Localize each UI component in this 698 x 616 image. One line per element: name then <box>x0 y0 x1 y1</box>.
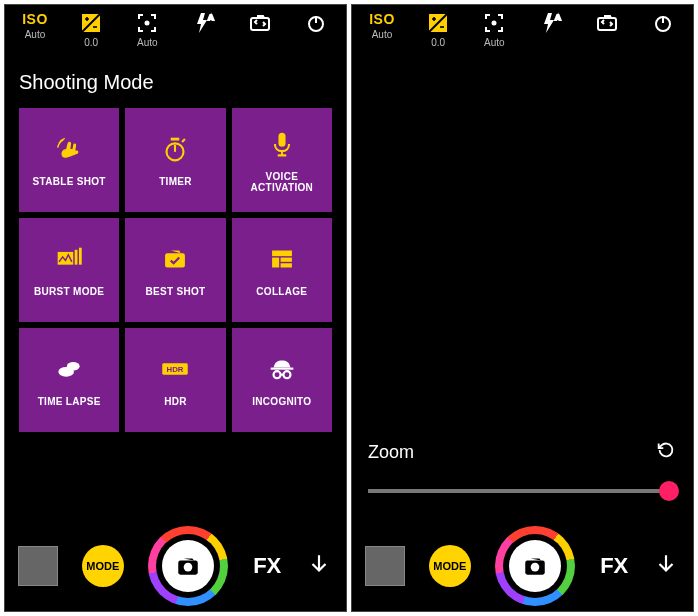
tile-voice-activation[interactable]: VOICE ACTIVATION <box>232 108 332 212</box>
zoom-slider[interactable] <box>368 479 677 503</box>
focus-icon <box>482 11 506 35</box>
top-toolbar: ISO Auto 0.0 Auto A <box>5 5 346 53</box>
mode-label: MODE <box>86 560 119 572</box>
focus-control[interactable]: Auto <box>127 11 167 48</box>
svg-rect-9 <box>75 250 78 265</box>
power-icon <box>304 11 328 35</box>
collapse-button[interactable] <box>653 551 679 581</box>
burst-icon <box>52 242 86 276</box>
svg-rect-6 <box>171 138 180 141</box>
svg-rect-20 <box>270 368 293 370</box>
flash-control[interactable]: A <box>531 11 571 35</box>
bottom-bar: MODE FX <box>5 525 346 611</box>
focus-sublabel: Auto <box>484 37 505 48</box>
fx-button[interactable]: FX <box>253 553 281 579</box>
focus-control[interactable]: Auto <box>474 11 514 48</box>
svg-rect-15 <box>280 264 291 268</box>
flash-control[interactable]: A <box>184 11 224 35</box>
phone-screen-right: ISO Auto 0.0 Auto A Zoom <box>351 4 694 612</box>
tile-best-shot[interactable]: BEST SHOT <box>125 218 225 322</box>
svg-point-26 <box>492 21 497 26</box>
exposure-control[interactable]: 0.0 <box>71 11 111 48</box>
svg-point-1 <box>145 21 150 26</box>
collage-icon <box>265 242 299 276</box>
tile-label: STABLE SHOT <box>29 176 110 188</box>
microphone-icon <box>265 127 299 161</box>
switch-camera-icon <box>248 11 272 35</box>
tile-stable-shot[interactable]: STABLE SHOT <box>19 108 119 212</box>
switch-camera-control[interactable] <box>240 11 280 35</box>
flash-auto-icon: A <box>192 11 216 35</box>
tile-label: HDR <box>160 396 191 408</box>
tile-burst-mode[interactable]: BURST MODE <box>19 218 119 322</box>
hdr-icon: HDR <box>158 352 192 386</box>
svg-text:A: A <box>208 13 214 22</box>
tile-label: TIME LAPSE <box>34 396 105 408</box>
svg-point-21 <box>273 371 280 378</box>
ev-value: 0.0 <box>84 37 98 48</box>
tile-label: VOICE ACTIVATION <box>247 171 318 194</box>
clouds-icon <box>52 352 86 386</box>
iso-sublabel: Auto <box>372 29 393 40</box>
iso-sublabel: Auto <box>25 29 46 40</box>
svg-point-31 <box>531 563 540 572</box>
flash-auto-icon: A <box>539 11 563 35</box>
collapse-button[interactable] <box>306 551 332 581</box>
undo-icon <box>655 439 677 461</box>
fx-button[interactable]: FX <box>600 553 628 579</box>
tile-collage[interactable]: COLLAGE <box>232 218 332 322</box>
svg-rect-7 <box>278 132 285 146</box>
tile-incognito[interactable]: INCOGNITO <box>232 328 332 432</box>
bottom-bar: MODE FX <box>352 525 693 611</box>
camera-icon <box>175 553 201 579</box>
iso-control[interactable]: ISO Auto <box>362 11 402 40</box>
exposure-control[interactable]: 0.0 <box>418 11 458 48</box>
shutter-button[interactable] <box>495 526 575 606</box>
ev-value: 0.0 <box>431 37 445 48</box>
viewfinder-area[interactable]: Zoom <box>352 53 693 525</box>
tile-hdr[interactable]: HDR HDR <box>125 328 225 432</box>
mode-button[interactable]: MODE <box>82 545 124 587</box>
power-control[interactable] <box>296 11 336 35</box>
tile-timer[interactable]: TIMER <box>125 108 225 212</box>
svg-point-24 <box>184 563 193 572</box>
zoom-panel: Zoom <box>352 429 693 525</box>
switch-camera-icon <box>595 11 619 35</box>
svg-rect-8 <box>58 252 74 265</box>
hand-wave-icon <box>52 132 86 166</box>
gallery-thumbnail[interactable] <box>19 547 57 585</box>
svg-rect-13 <box>272 258 279 268</box>
focus-icon <box>135 11 159 35</box>
tile-time-lapse[interactable]: TIME LAPSE <box>19 328 119 432</box>
timer-icon <box>158 132 192 166</box>
camera-icon <box>522 553 548 579</box>
mode-button[interactable]: MODE <box>429 545 471 587</box>
zoom-reset-button[interactable] <box>655 439 677 465</box>
svg-rect-14 <box>280 258 291 262</box>
slider-track <box>368 489 677 493</box>
exposure-icon <box>426 11 450 35</box>
top-toolbar: ISO Auto 0.0 Auto A <box>352 5 693 53</box>
slider-thumb[interactable] <box>659 481 679 501</box>
gallery-thumbnail[interactable] <box>366 547 404 585</box>
svg-rect-12 <box>272 251 292 257</box>
iso-control[interactable]: ISO Auto <box>15 11 55 40</box>
tile-label: TIMER <box>155 176 196 188</box>
tile-label: BURST MODE <box>30 286 108 298</box>
viewfinder-area: Shooting Mode STABLE SHOT TIMER VOICE AC… <box>5 53 346 525</box>
svg-point-22 <box>283 371 290 378</box>
tile-label: BEST SHOT <box>142 286 210 298</box>
iso-tag: ISO <box>369 11 395 27</box>
incognito-icon <box>265 352 299 386</box>
svg-point-17 <box>67 362 80 371</box>
svg-text:HDR: HDR <box>167 365 184 374</box>
exposure-icon <box>79 11 103 35</box>
arrow-down-icon <box>306 551 332 577</box>
switch-camera-control[interactable] <box>587 11 627 35</box>
shutter-button[interactable] <box>148 526 228 606</box>
fx-label: FX <box>600 553 628 578</box>
svg-text:A: A <box>555 13 561 22</box>
power-control[interactable] <box>643 11 683 35</box>
tile-label: INCOGNITO <box>248 396 315 408</box>
focus-sublabel: Auto <box>137 37 158 48</box>
